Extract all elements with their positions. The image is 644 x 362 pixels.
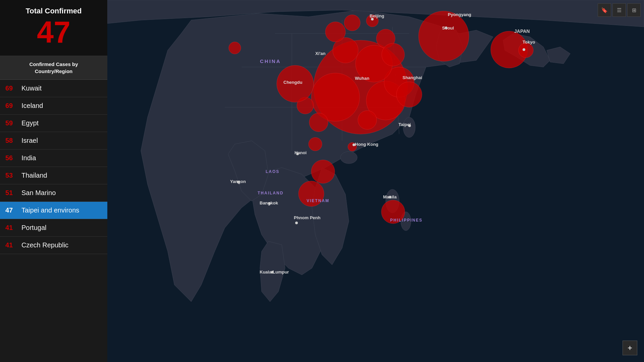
total-confirmed-panel: Total Confirmed 47 xyxy=(0,0,107,56)
tokyo-dot xyxy=(523,48,525,51)
country-list-item[interactable]: 69Kuwait xyxy=(0,80,107,97)
yangon-dot xyxy=(237,181,239,183)
total-confirmed-label: Total Confirmed xyxy=(7,7,101,15)
outbreak-13 xyxy=(358,111,377,129)
laos-label: LAOS xyxy=(266,169,279,174)
country-count: 59 xyxy=(5,119,19,127)
grid-icon: ⊞ xyxy=(632,7,636,13)
country-list-item[interactable]: 51San Marino xyxy=(0,184,107,202)
list-view-button[interactable]: ☰ xyxy=(612,3,626,17)
country-name: India xyxy=(21,154,36,162)
chengdu-label: Chengdu xyxy=(283,80,302,85)
country-name: Iceland xyxy=(21,102,43,110)
toolbar: 🔖 ☰ ⊞ xyxy=(598,3,641,17)
country-name: Taipei and environs xyxy=(21,206,79,214)
cases-header: Confirmed Cases byCountry/Region xyxy=(0,56,107,80)
wuhan-label: Wuhan xyxy=(355,76,369,81)
zoom-button[interactable]: + xyxy=(623,341,637,355)
country-list-item[interactable]: 56India xyxy=(0,149,107,167)
pyongyang-label: Pyongyang xyxy=(448,12,471,17)
country-count: 53 xyxy=(5,172,19,179)
shanghai-label: Shanghai xyxy=(402,75,422,80)
outbreak-west xyxy=(229,42,241,54)
country-name: Israel xyxy=(21,137,38,144)
korea-outbreak xyxy=(419,11,469,61)
hanoi-dot xyxy=(296,153,299,155)
outbreak-6 xyxy=(325,22,345,42)
country-list-item[interactable]: 41Portugal xyxy=(0,219,107,237)
country-name: Egypt xyxy=(21,119,39,127)
thailand-label: THAILAND xyxy=(258,191,283,195)
seoul-dot xyxy=(445,26,447,29)
map-container: Beijing Pyongyang Seoul JAPAN Tokyo Xi'a… xyxy=(107,0,644,362)
hongkong-label: Hong Kong xyxy=(355,142,378,147)
china-label: CHINA xyxy=(260,58,281,64)
tokyo-label: Tokyo xyxy=(523,40,535,45)
beijing-dot xyxy=(371,18,374,20)
country-list[interactable]: 69Kuwait69Iceland59Egypt58Israel56India5… xyxy=(0,80,107,362)
bookmark-button[interactable]: 🔖 xyxy=(598,3,611,17)
country-name: San Marino xyxy=(21,189,56,197)
japan-outbreak2 xyxy=(519,43,533,58)
country-name: Czech Republic xyxy=(21,241,68,249)
country-list-item[interactable]: 53Thailand xyxy=(0,167,107,184)
country-count: 47 xyxy=(5,206,19,214)
outbreak-12 xyxy=(309,113,328,132)
list-icon: ☰ xyxy=(617,7,622,13)
country-count: 69 xyxy=(5,102,19,110)
svg-point-7 xyxy=(340,152,357,164)
cases-header-text: Confirmed Cases byCountry/Region xyxy=(5,61,102,75)
total-confirmed-value: 47 xyxy=(7,17,101,47)
kl-label: Kuala Lumpur xyxy=(260,269,289,275)
outbreak-11 xyxy=(396,82,422,107)
phnompenh-label: Phnom Penh xyxy=(294,215,321,220)
outbreak-se1 xyxy=(309,137,322,151)
country-name: Portugal xyxy=(21,224,47,232)
grid-view-button[interactable]: ⊞ xyxy=(627,3,641,17)
japan-label: JAPAN xyxy=(514,28,530,34)
bookmark-icon: 🔖 xyxy=(601,7,608,13)
hk-dot xyxy=(353,143,355,146)
country-count: 41 xyxy=(5,241,19,249)
country-count: 58 xyxy=(5,137,19,144)
taipei-dot xyxy=(408,124,411,127)
svg-point-6 xyxy=(403,117,415,137)
country-list-item[interactable]: 41Czech Republic xyxy=(0,237,107,254)
country-list-item[interactable]: 59Egypt xyxy=(0,115,107,132)
country-name: Kuwait xyxy=(21,84,42,92)
kl-dot xyxy=(271,271,274,274)
outbreak-7 xyxy=(344,15,360,31)
country-name: Thailand xyxy=(21,172,47,179)
map-svg: Beijing Pyongyang Seoul JAPAN Tokyo Xi'a… xyxy=(107,0,644,362)
country-count: 56 xyxy=(5,154,19,162)
sidebar: Total Confirmed 47 Confirmed Cases byCou… xyxy=(0,0,107,362)
beijing-label: Beijing xyxy=(370,13,384,18)
vietnam-label: VIETNAM xyxy=(307,198,329,203)
bangkok-dot xyxy=(268,202,271,205)
plus-icon: + xyxy=(628,343,632,353)
phnompenh-dot xyxy=(295,222,298,224)
outbreak-10 xyxy=(382,43,405,66)
country-list-item[interactable]: 69Iceland xyxy=(0,97,107,115)
country-count: 69 xyxy=(5,84,19,92)
seoul-label: Seoul xyxy=(442,25,454,31)
country-list-item[interactable]: 47Taipei and environs xyxy=(0,202,107,219)
xian-label: Xi'an xyxy=(315,51,326,56)
country-list-item[interactable]: 58Israel xyxy=(0,132,107,149)
manila-dot xyxy=(389,196,391,198)
country-count: 41 xyxy=(5,224,19,232)
country-count: 51 xyxy=(5,189,19,197)
philippines-label: PHILIPPINES xyxy=(390,218,423,223)
outbreak-se2 xyxy=(311,160,335,183)
